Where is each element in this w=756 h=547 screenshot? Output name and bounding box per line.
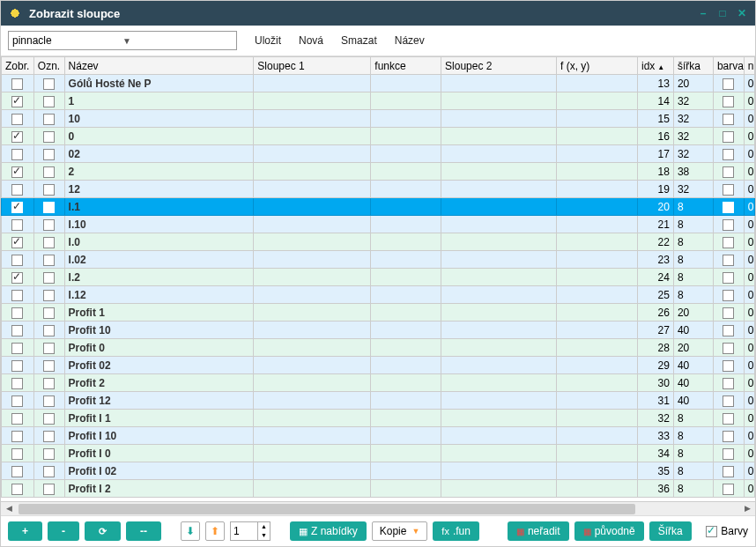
col-zobr[interactable]: Zobr. — [2, 57, 34, 75]
cell-n[interactable]: 0 — [744, 480, 754, 498]
table-row[interactable]: Gólů Hosté Ne P13200 — [2, 75, 755, 92]
cell-fxy[interactable] — [556, 251, 637, 269]
cell-barva[interactable] — [713, 427, 744, 445]
cell-sloupec2[interactable] — [441, 374, 557, 392]
cell-barva[interactable] — [713, 163, 744, 181]
checkbox[interactable] — [43, 484, 55, 495]
cell-sloupec2[interactable] — [441, 251, 557, 269]
col-n[interactable]: n — [744, 57, 754, 75]
cell-funkce[interactable] — [371, 462, 441, 480]
checkbox[interactable] — [11, 343, 23, 354]
cell-zobr[interactable] — [2, 445, 34, 462]
cell-zobr[interactable] — [2, 251, 34, 269]
cell-sirka[interactable]: 8 — [673, 480, 713, 498]
checkbox[interactable] — [723, 431, 734, 442]
table-row[interactable]: Profit I 23680 — [2, 480, 755, 498]
table-row[interactable]: Profit 028200 — [2, 339, 755, 357]
cell-sloupec2[interactable] — [441, 286, 557, 304]
cell-fxy[interactable] — [556, 357, 637, 374]
cell-n[interactable]: 0 — [744, 374, 754, 392]
cell-sirka[interactable]: 8 — [673, 269, 713, 286]
cell-idx[interactable]: 35 — [638, 462, 674, 480]
cell-zobr[interactable] — [2, 181, 34, 198]
checkbox[interactable] — [723, 413, 734, 425]
cell-barva[interactable] — [713, 181, 744, 198]
checkbox[interactable] — [11, 78, 23, 90]
cell-barva[interactable] — [713, 233, 744, 251]
profile-combo[interactable]: pinnacle ▼ — [8, 31, 237, 50]
cell-ozn[interactable] — [33, 163, 64, 181]
cell-funkce[interactable] — [371, 216, 441, 233]
cell-nazev[interactable]: Profit 2 — [64, 374, 254, 392]
table-row[interactable]: 1219320 — [2, 181, 755, 198]
cell-idx[interactable]: 25 — [638, 286, 674, 304]
cell-ozn[interactable] — [33, 410, 64, 427]
cell-n[interactable]: 0 — [744, 128, 754, 145]
cell-sloupec1[interactable] — [254, 128, 371, 145]
col-funkce[interactable]: funkce — [371, 57, 441, 75]
cell-sirka[interactable]: 40 — [673, 322, 713, 339]
position-input[interactable] — [231, 525, 257, 537]
cell-idx[interactable]: 28 — [638, 339, 674, 357]
checkbox[interactable] — [723, 378, 734, 389]
cell-nazev[interactable]: Profit 02 — [64, 357, 254, 374]
cell-barva[interactable] — [713, 374, 744, 392]
cell-idx[interactable]: 30 — [638, 374, 674, 392]
checkbox[interactable] — [723, 184, 734, 196]
checkbox[interactable] — [11, 166, 23, 178]
checkbox[interactable] — [723, 202, 734, 213]
cell-fxy[interactable] — [556, 462, 637, 480]
col-ozn[interactable]: Ozn. — [33, 57, 64, 75]
cell-idx[interactable]: 18 — [638, 163, 674, 181]
cell-sirka[interactable]: 20 — [673, 339, 713, 357]
cell-fxy[interactable] — [556, 181, 637, 198]
cell-funkce[interactable] — [371, 181, 441, 198]
cell-nazev[interactable]: Profit I 2 — [64, 480, 254, 498]
cell-fxy[interactable] — [556, 410, 637, 427]
checkbox[interactable] — [43, 184, 55, 196]
cell-zobr[interactable] — [2, 357, 34, 374]
cell-sloupec2[interactable] — [441, 480, 557, 498]
stepper-up-icon[interactable]: ▲ — [257, 522, 270, 531]
table-row[interactable]: I.12080 — [2, 198, 755, 216]
cell-barva[interactable] — [713, 75, 744, 92]
checkbox[interactable] — [723, 466, 734, 477]
table-row[interactable]: 114320 — [2, 92, 755, 110]
cell-n[interactable]: 0 — [744, 92, 754, 110]
cell-fxy[interactable] — [556, 75, 637, 92]
maximize-icon[interactable]: □ — [716, 7, 729, 19]
cell-sirka[interactable]: 8 — [673, 462, 713, 480]
cell-fxy[interactable] — [556, 216, 637, 233]
cell-barva[interactable] — [713, 392, 744, 410]
table-row[interactable]: Profit I 023580 — [2, 462, 755, 480]
checkbox[interactable] — [43, 219, 55, 231]
cell-idx[interactable]: 21 — [638, 216, 674, 233]
width-button[interactable]: Šířka — [649, 521, 692, 541]
cell-sloupec2[interactable] — [441, 216, 557, 233]
move-up-button[interactable]: ⬆ — [205, 521, 225, 541]
checkbox[interactable] — [723, 255, 734, 266]
checkbox[interactable] — [11, 219, 23, 231]
refresh-button[interactable]: ⟳ — [85, 521, 121, 541]
new-button[interactable]: Nová — [299, 34, 323, 47]
checkbox[interactable] — [43, 413, 55, 425]
cell-sloupec2[interactable] — [441, 392, 557, 410]
cell-ozn[interactable] — [33, 357, 64, 374]
cell-ozn[interactable] — [33, 374, 64, 392]
cell-zobr[interactable] — [2, 304, 34, 322]
cell-funkce[interactable] — [371, 110, 441, 128]
table-row[interactable]: Profit 126200 — [2, 304, 755, 322]
cell-idx[interactable]: 20 — [638, 198, 674, 216]
cell-ozn[interactable] — [33, 92, 64, 110]
cell-fxy[interactable] — [556, 374, 637, 392]
checkbox[interactable] — [11, 484, 23, 495]
cell-nazev[interactable]: Profit 0 — [64, 339, 254, 357]
checkbox[interactable] — [11, 466, 23, 477]
cell-n[interactable]: 0 — [744, 181, 754, 198]
cell-zobr[interactable] — [2, 216, 34, 233]
checkbox[interactable] — [723, 149, 734, 160]
checkbox[interactable] — [723, 395, 734, 407]
cell-ozn[interactable] — [33, 216, 64, 233]
checkbox[interactable] — [723, 307, 734, 319]
cell-barva[interactable] — [713, 322, 744, 339]
